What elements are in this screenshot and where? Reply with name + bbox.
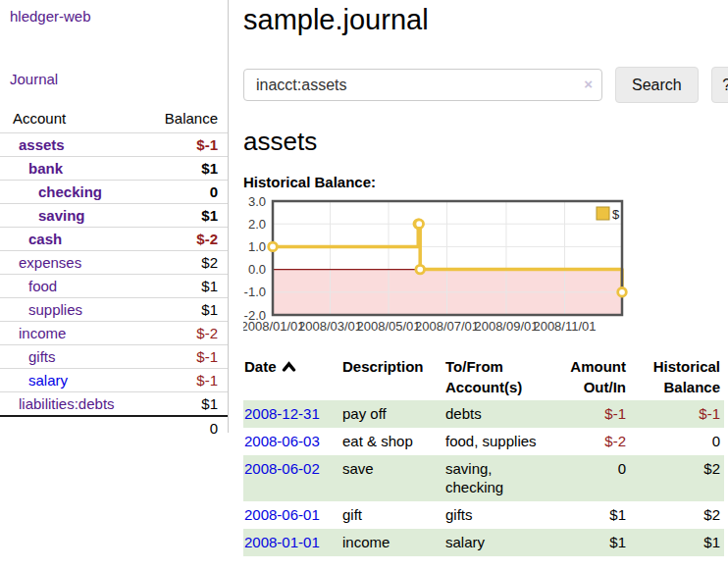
transaction-amount: $-1 [549, 400, 630, 428]
account-balance: $-1 [147, 369, 228, 392]
account-row: cash$-2 [0, 228, 228, 251]
col-header-accounts: To/From Account(s) [442, 353, 549, 400]
account-row: supplies$1 [0, 298, 228, 322]
register-row: 2008-01-01incomesalary$1$1 [243, 529, 724, 556]
account-balance: $1 [147, 298, 228, 322]
accounts-header-row: Account Balance [0, 108, 228, 133]
transaction-date-link[interactable]: 2008-01-01 [244, 534, 320, 550]
x-axis-tick-label: 2008/05/01 [356, 319, 420, 334]
account-row: saving$1 [0, 204, 228, 228]
app-layout: hledger-web Journal Account Balance asse… [0, 0, 728, 556]
data-point-marker [416, 265, 425, 274]
account-link[interactable]: supplies [28, 301, 82, 318]
sidebar: hledger-web Journal Account Balance asse… [0, 0, 229, 433]
transaction-date-link[interactable]: 2008-06-03 [244, 433, 320, 449]
account-balance: $-2 [147, 228, 228, 251]
account-row: gifts$-1 [0, 345, 228, 369]
main-content: sample.journal × Search ? assets Histori… [229, 0, 728, 556]
journal-link[interactable]: Journal [10, 71, 228, 87]
sort-ascending-icon [282, 361, 296, 372]
transaction-balance: $2 [630, 455, 724, 501]
account-row: expenses$2 [0, 251, 228, 275]
search-button[interactable]: Search [615, 67, 699, 103]
search-form: × Search ? [243, 67, 728, 103]
transaction-amount: $1 [549, 501, 630, 529]
register-header-row: Date Description To/From Account(s) Amou… [243, 353, 724, 400]
chart-title: Historical Balance: [243, 174, 728, 190]
account-balance: $1 [147, 157, 228, 181]
transaction-description: pay off [338, 400, 442, 428]
account-link[interactable]: liabilities:debts [19, 395, 115, 412]
account-row: liabilities:debts$1 [0, 392, 228, 417]
historical-balance-chart: $3.02.01.00.0-1.0-2.02008/01/012008/03/0… [243, 194, 728, 339]
transaction-description: income [338, 529, 442, 556]
account-link[interactable]: salary [28, 372, 68, 389]
register-row: 2008-12-31pay offdebts$-1$-1 [243, 400, 724, 428]
transaction-description: eat & shop [338, 428, 442, 455]
legend-label: $ [612, 207, 620, 222]
register-row: 2008-06-03eat & shopfood, supplies$-20 [243, 428, 724, 455]
transaction-amount: 0 [549, 455, 630, 501]
register-row: 2008-06-02savesaving, checking0$2 [243, 455, 724, 501]
y-axis-tick-label: -1.0 [244, 285, 266, 299]
account-balance: $-1 [147, 345, 228, 369]
account-balance: $-2 [147, 322, 228, 345]
account-row: food$1 [0, 275, 228, 298]
data-point-marker [415, 220, 424, 229]
account-row: checking0 [0, 181, 228, 204]
account-balance: 0 [147, 181, 228, 204]
x-axis-tick-label: 2008/09/01 [474, 319, 538, 334]
transaction-description: gift [338, 501, 442, 529]
transaction-amount: $-2 [549, 428, 630, 455]
account-link[interactable]: saving [38, 207, 85, 224]
y-axis-tick-label: 0.0 [248, 262, 266, 277]
account-link[interactable]: assets [19, 136, 65, 153]
y-axis-tick-label: 1.0 [248, 239, 266, 254]
data-point-marker [618, 288, 627, 297]
account-link[interactable]: checking [38, 183, 102, 200]
data-point-marker [269, 242, 278, 251]
account-heading: assets [243, 127, 728, 157]
transaction-balance: $2 [630, 501, 724, 529]
y-axis-tick-label: 2.0 [248, 217, 266, 232]
x-axis-tick-label: 2008/07/01 [415, 319, 479, 334]
col-header-description: Description [338, 353, 442, 400]
transaction-date-link[interactable]: 2008-06-01 [244, 506, 320, 523]
brand-link[interactable]: hledger-web [10, 8, 228, 25]
account-link[interactable]: food [28, 278, 57, 294]
register-table: Date Description To/From Account(s) Amou… [243, 353, 724, 556]
transaction-accounts: saving, checking [442, 455, 549, 501]
account-balance: $1 [147, 392, 228, 417]
x-axis-tick-label: 2008/11/01 [533, 319, 596, 334]
search-input-wrapper: × [243, 67, 602, 101]
col-header-date[interactable]: Date [243, 353, 338, 400]
transaction-date-link[interactable]: 2008-12-31 [244, 405, 320, 422]
account-link[interactable]: expenses [19, 254, 81, 271]
account-link[interactable]: income [19, 325, 66, 341]
account-balance: $1 [147, 275, 228, 298]
account-link[interactable]: cash [28, 231, 62, 247]
transaction-description: save [338, 455, 442, 501]
transaction-accounts: salary [442, 529, 549, 556]
accounts-total-row: 0 [0, 416, 228, 440]
account-row: bank$1 [0, 157, 228, 181]
help-button[interactable]: ? [711, 67, 728, 103]
page-title: sample.journal [243, 4, 728, 36]
account-balance: $1 [147, 204, 228, 228]
clear-search-icon[interactable]: × [584, 77, 593, 91]
account-link[interactable]: gifts [28, 348, 56, 365]
accounts-header-balance: Balance [147, 108, 228, 133]
accounts-table: Account Balance assets$-1bank$1checking0… [0, 108, 228, 440]
register-row: 2008-06-01giftgifts$1$2 [243, 501, 724, 529]
accounts-total-balance: 0 [147, 416, 228, 440]
col-header-amount: Amount Out/In [549, 353, 630, 400]
legend-swatch [597, 207, 609, 220]
x-axis-tick-label: 2008/03/01 [298, 319, 362, 334]
transaction-balance: 0 [630, 428, 724, 455]
transaction-date-link[interactable]: 2008-06-02 [244, 460, 320, 477]
accounts-header-account: Account [0, 108, 147, 133]
search-input[interactable] [243, 69, 602, 101]
account-link[interactable]: bank [28, 160, 63, 177]
balance-chart-svg: $3.02.01.00.0-1.0-2.02008/01/012008/03/0… [243, 194, 728, 339]
account-row: salary$-1 [0, 369, 228, 392]
